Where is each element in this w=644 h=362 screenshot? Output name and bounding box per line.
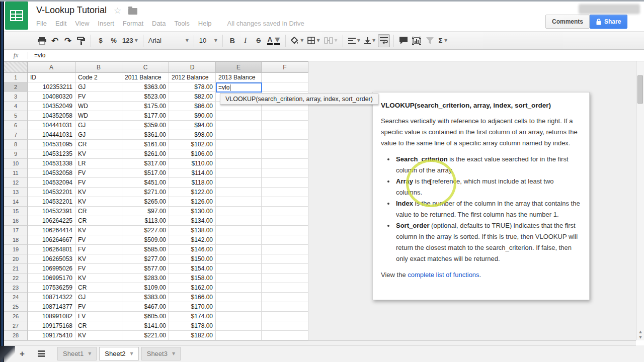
- cell-A15[interactable]: 104532391: [28, 207, 75, 216]
- cell-F26[interactable]: [262, 312, 308, 321]
- scroll-down-arrow[interactable]: ▼: [637, 335, 643, 340]
- number-format-button[interactable]: 123▼: [121, 34, 139, 47]
- font-family-select[interactable]: Arial▼: [147, 34, 190, 47]
- cell-C14[interactable]: $265.00: [122, 197, 169, 207]
- cell-A7[interactable]: 104441031: [28, 130, 75, 140]
- menu-format[interactable]: Format: [123, 20, 143, 27]
- currency-format-button[interactable]: $: [95, 34, 107, 47]
- sheet-tab-sheet3[interactable]: Sheet3▼: [141, 347, 181, 360]
- cell-C17[interactable]: $227.00: [122, 226, 169, 235]
- cell-C6[interactable]: $359.00: [122, 121, 169, 130]
- row-header-28[interactable]: 28: [4, 331, 28, 340]
- cell-B23[interactable]: CR: [75, 283, 122, 293]
- cell-A4[interactable]: 104352049: [28, 102, 75, 111]
- cell-F13[interactable]: [262, 188, 308, 197]
- text-color-button[interactable]: A▼: [266, 34, 282, 47]
- cell-F7[interactable]: [262, 130, 308, 140]
- cell-B13[interactable]: KV: [75, 188, 122, 197]
- cell-E17[interactable]: [216, 226, 262, 235]
- vertical-align-button[interactable]: ▼: [363, 34, 377, 47]
- cell-A24[interactable]: 108714322: [28, 293, 75, 302]
- cell-A12[interactable]: 104532094: [28, 178, 75, 188]
- cell-D28[interactable]: $182.00: [169, 331, 216, 340]
- row-header-23[interactable]: 23: [4, 283, 28, 293]
- filter-button[interactable]: [424, 34, 436, 47]
- insert-chart-button[interactable]: [411, 34, 423, 47]
- comments-button[interactable]: Comments: [545, 15, 590, 29]
- chevron-down-icon[interactable]: ▼: [88, 351, 91, 356]
- cell-F27[interactable]: [262, 321, 308, 331]
- cell-D24[interactable]: $166.00: [169, 293, 216, 302]
- cell-C19[interactable]: $585.00: [122, 245, 169, 254]
- cell-E13[interactable]: [216, 188, 262, 197]
- cell-C12[interactable]: $451.00: [122, 178, 169, 188]
- cell-A14[interactable]: 104532201: [28, 197, 75, 207]
- cell-D26[interactable]: $174.00: [169, 312, 216, 321]
- cell-E8[interactable]: [216, 140, 262, 149]
- cell-C24[interactable]: $383.00: [122, 293, 169, 302]
- cell-D8[interactable]: $102.00: [169, 140, 216, 149]
- cell-C20[interactable]: $277.00: [122, 254, 169, 264]
- cell-D15[interactable]: $130.00: [169, 207, 216, 216]
- cell-E9[interactable]: [216, 149, 262, 159]
- cell-A11[interactable]: 104532058: [28, 168, 75, 178]
- cell-E19[interactable]: [216, 245, 262, 254]
- cell-F17[interactable]: [262, 226, 308, 235]
- cell-C15[interactable]: $97.00: [122, 207, 169, 216]
- cell-F10[interactable]: [262, 159, 308, 168]
- cell-F1[interactable]: [262, 73, 308, 82]
- column-header-F[interactable]: F: [262, 61, 308, 73]
- cell-A10[interactable]: 104531338: [28, 159, 75, 168]
- column-header-B[interactable]: B: [75, 61, 122, 73]
- row-header-6[interactable]: 6: [4, 121, 28, 130]
- merge-cells-button[interactable]: ▼: [323, 34, 339, 47]
- cell-B6[interactable]: GJ: [75, 121, 122, 130]
- row-header-26[interactable]: 26: [4, 312, 28, 321]
- cell-F23[interactable]: [262, 283, 308, 293]
- cell-D19[interactable]: $146.00: [169, 245, 216, 254]
- vertical-scrollbar[interactable]: ▲ ▼: [636, 61, 644, 340]
- text-wrap-button[interactable]: [378, 34, 390, 47]
- cell-A17[interactable]: 106264414: [28, 226, 75, 235]
- cell-F25[interactable]: [262, 302, 308, 312]
- cell-B16[interactable]: CR: [75, 216, 122, 226]
- column-header-A[interactable]: A: [28, 61, 75, 73]
- cell-B19[interactable]: FV: [75, 245, 122, 254]
- row-header-25[interactable]: 25: [4, 302, 28, 312]
- cell-B27[interactable]: CR: [75, 321, 122, 331]
- cell-A9[interactable]: 104531235: [28, 149, 75, 159]
- row-header-8[interactable]: 8: [4, 140, 28, 149]
- cell-D17[interactable]: $138.00: [169, 226, 216, 235]
- formula-bar[interactable]: fx =vlo: [4, 50, 644, 61]
- cell-D27[interactable]: $178.00: [169, 321, 216, 331]
- horizontal-scrollbar[interactable]: [4, 340, 636, 345]
- cell-C7[interactable]: $361.00: [122, 130, 169, 140]
- fill-color-button[interactable]: ▼: [289, 34, 305, 47]
- add-sheet-button[interactable]: +: [15, 348, 29, 360]
- cell-A13[interactable]: 104532201: [28, 188, 75, 197]
- cell-E7[interactable]: [216, 130, 262, 140]
- menu-file[interactable]: File: [36, 20, 47, 27]
- cell-C25[interactable]: $467.00: [122, 302, 169, 312]
- cell-E6[interactable]: [216, 121, 262, 130]
- doc-title[interactable]: V-Lookup Tutorial: [36, 5, 107, 16]
- cell-D21[interactable]: $154.00: [169, 264, 216, 274]
- cell-D6[interactable]: $94.00: [169, 121, 216, 130]
- cell-F15[interactable]: [262, 207, 308, 216]
- cell-B15[interactable]: CR: [75, 207, 122, 216]
- font-size-select[interactable]: 10▼: [198, 34, 219, 47]
- folder-icon[interactable]: [128, 8, 137, 15]
- cell-B4[interactable]: WD: [75, 102, 122, 111]
- cell-A27[interactable]: 109175168: [28, 321, 75, 331]
- cell-A5[interactable]: 104352058: [28, 111, 75, 121]
- cell-D23[interactable]: $162.00: [169, 283, 216, 293]
- cell-B25[interactable]: FV: [75, 302, 122, 312]
- cell-C18[interactable]: $509.00: [122, 235, 169, 245]
- row-header-10[interactable]: 10: [4, 159, 28, 168]
- cell-E28[interactable]: [216, 331, 262, 340]
- cell-C28[interactable]: $221.00: [122, 331, 169, 340]
- row-header-20[interactable]: 20: [4, 254, 28, 264]
- cell-B3[interactable]: FV: [75, 92, 122, 102]
- cell-D16[interactable]: $134.00: [169, 216, 216, 226]
- row-header-4[interactable]: 4: [4, 102, 28, 111]
